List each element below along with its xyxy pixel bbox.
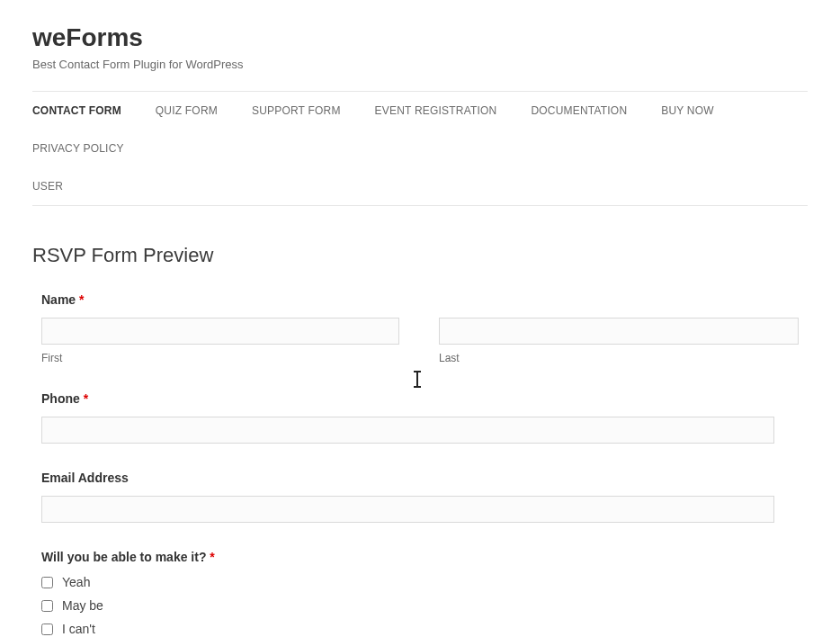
- required-mark: *: [210, 550, 214, 564]
- required-mark: *: [79, 292, 84, 307]
- nav-quiz-form[interactable]: QUIZ FORM: [156, 92, 218, 130]
- nav-user[interactable]: USER: [32, 167, 63, 205]
- field-email: Email Address: [41, 471, 799, 523]
- required-mark: *: [84, 391, 88, 406]
- first-name-sublabel: First: [41, 352, 399, 364]
- last-name-input[interactable]: [439, 318, 799, 345]
- phone-input[interactable]: [41, 417, 774, 444]
- attend-checkbox-maybe[interactable]: [41, 600, 53, 612]
- attend-checkbox-yeah[interactable]: [41, 577, 53, 588]
- label-attend: Will you be able to make it? *: [41, 550, 799, 564]
- page-root: weForms Best Contact Form Plugin for Wor…: [0, 0, 840, 637]
- nav-event-registration[interactable]: EVENT REGISTRATION: [375, 92, 497, 130]
- last-name-sublabel: Last: [439, 352, 799, 364]
- attend-options: Yeah May be I can't: [41, 575, 799, 636]
- site-tagline: Best Contact Form Plugin for WordPress: [32, 58, 808, 71]
- first-name-input[interactable]: [41, 318, 399, 345]
- site-title: weForms: [32, 23, 808, 52]
- page-heading: RSVP Form Preview: [32, 244, 808, 267]
- label-email: Email Address: [41, 471, 799, 485]
- name-columns: First Last: [41, 318, 799, 364]
- attend-option: May be: [41, 598, 799, 613]
- field-phone: Phone *: [41, 391, 799, 444]
- field-name: Name * First Last: [41, 292, 799, 364]
- label-name: Name *: [41, 292, 799, 307]
- nav-documentation[interactable]: DOCUMENTATION: [531, 92, 627, 130]
- attend-option: I can't: [41, 622, 799, 636]
- attend-option-label: Yeah: [62, 575, 90, 589]
- field-attend: Will you be able to make it? * Yeah May …: [41, 550, 799, 636]
- nav-support-form[interactable]: SUPPORT FORM: [252, 92, 341, 130]
- last-name-col: Last: [439, 318, 799, 364]
- attend-option: Yeah: [41, 575, 799, 589]
- attend-checkbox-icant[interactable]: [41, 624, 53, 635]
- label-email-text: Email Address: [41, 471, 129, 485]
- label-name-text: Name: [41, 292, 76, 307]
- nav-buy-now[interactable]: BUY NOW: [661, 92, 714, 130]
- attend-option-label: May be: [62, 598, 103, 613]
- email-input[interactable]: [41, 496, 774, 523]
- label-phone: Phone *: [41, 391, 799, 406]
- nav-privacy-policy[interactable]: PRIVACY POLICY: [32, 130, 124, 167]
- attend-option-label: I can't: [62, 622, 95, 636]
- primary-nav: CONTACT FORM QUIZ FORM SUPPORT FORM EVEN…: [32, 91, 808, 206]
- rsvp-form: Name * First Last Phone *: [32, 292, 808, 636]
- label-phone-text: Phone: [41, 391, 80, 406]
- text-cursor-icon: [416, 372, 418, 386]
- label-attend-text: Will you be able to make it?: [41, 550, 206, 564]
- first-name-col: First: [41, 318, 399, 364]
- nav-contact-form[interactable]: CONTACT FORM: [32, 92, 121, 130]
